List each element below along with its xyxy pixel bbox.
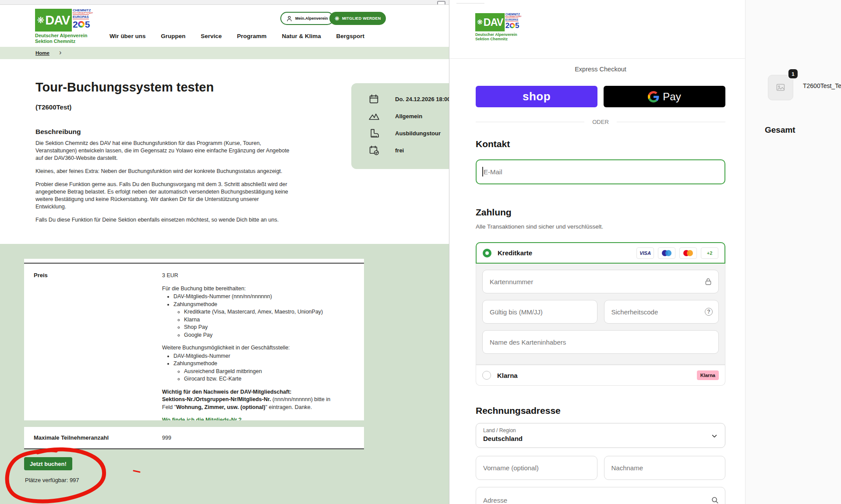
radio-selected-icon[interactable] (483, 249, 491, 257)
description-line: Veranstaltungen) entwickeln lassen, die … (35, 147, 351, 155)
nav-item-gruppen[interactable]: Gruppen (161, 33, 185, 39)
booking-section: Preis 3 EUR Für die Buchung bitte bereit… (0, 244, 449, 504)
list-item: Girocard bzw. EC-Karte (184, 375, 355, 383)
help-icon[interactable]: ? (705, 308, 713, 316)
edelweiss-icon: ❋ (335, 16, 339, 21)
breadcrumb: Home › (0, 47, 449, 59)
gpay-label: Pay (663, 91, 681, 103)
info-row-category: Allgemein (351, 108, 449, 125)
office-heading: Weitere Buchungsmöglichkeit in der Gesch… (162, 344, 355, 352)
note-bold: Sektions-Nr./Ortsgruppen-Nr/Mitglieds-Nr… (162, 396, 271, 402)
org-line: Deutscher Alpenverein (35, 33, 87, 38)
total-label: Gesamt (765, 125, 795, 135)
country-select-value: Deutschland (483, 435, 718, 442)
price-label: Preis (24, 272, 162, 420)
main-navigation: Wir über uns Gruppen Service Programm Na… (110, 33, 364, 39)
express-checkout-heading: Express Checkout (476, 66, 725, 73)
person-icon (286, 15, 293, 22)
tour-info-box: Do. 24.12.2026 18:00 U Allgemein Ausbild… (351, 83, 449, 169)
cvc-input[interactable] (604, 300, 719, 324)
shop-pay-button[interactable]: shop (476, 86, 597, 107)
dav-wordmark: DAV (45, 14, 70, 27)
screenshot-canvas: ❋ DAV CHEMNITZ KULTURHAUPTSTADT EUROPAS … (0, 0, 841, 504)
jetzt-buchen-button[interactable]: Jetzt buchen! (24, 457, 72, 470)
calendar-check-icon (368, 145, 380, 156)
google-pay-button[interactable]: Pay (604, 86, 725, 107)
dav-website-window: ❋ DAV CHEMNITZ KULTURHAUPTSTADT EUROPAS … (0, 0, 449, 504)
year-2025: 2 5 (73, 20, 89, 29)
site-header: ❋ DAV CHEMNITZ KULTURHAUPTSTADT EUROPAS … (0, 5, 449, 47)
list-item: Kreditkarte (Visa, Mastercard, Amex, Mae… (184, 308, 355, 316)
description-line: Kleines, aber feines Extra: Neben der Bu… (35, 168, 351, 175)
nav-item-bergsport[interactable]: Bergsport (336, 33, 364, 39)
order-summary-sidebar: 1 T2600Test_Te Gesamt (745, 0, 841, 504)
price-details: 3 EUR Für die Buchung bitte bereithalten… (162, 272, 355, 420)
contact-heading: Kontakt (476, 139, 510, 149)
mein-alpenverein-button[interactable]: Mein.Alpenverein (280, 12, 334, 25)
divider-line (476, 122, 584, 122)
org-name: Deutscher Alpenverein Sektion Chemnitz (35, 33, 95, 44)
email-input[interactable] (476, 159, 725, 184)
note-bold: Wohnung, Zimmer, usw. (optional) (176, 404, 265, 410)
year-digit: 5 (85, 20, 90, 29)
description-heading: Beschreibung (35, 128, 81, 136)
price-value: 3 EUR (162, 272, 355, 280)
info-row-type: Ausbildungstour (351, 125, 449, 142)
breadcrumb-chevron-icon: › (59, 49, 61, 56)
description-paragraph: Die Sektion Chemnitz des DAV hat eine Bu… (35, 140, 351, 162)
first-name-wrap (476, 456, 597, 480)
dav-logo[interactable]: ❋ DAV CHEMNITZ KULTURHAUPTSTADT EUROPAS … (35, 9, 95, 44)
list-item-label: Klarna (184, 317, 200, 323)
description-paragraph: Kleines, aber feines Extra: Neben der Bu… (35, 168, 351, 175)
color-ring-icon (78, 21, 85, 28)
note-text: (nnn/nn/nnnnnn) bitte in (271, 396, 331, 402)
klarna-option[interactable]: Klarna Klarna (476, 365, 725, 386)
membership-note: Wichtig für den Nachweis der DAV-Mitglie… (162, 388, 355, 412)
member-number-link[interactable]: Wo finde ich die Mitglieds-Nr.? (162, 417, 242, 420)
note-text: Feld " (162, 404, 176, 410)
list-item-label: Zahlungsmethode (173, 301, 217, 307)
page-title: Tour-Buchungssystem testen (35, 80, 214, 95)
calendar-icon (368, 94, 380, 105)
list-item: Zahlungsmethode Kreditkarte (Visa, Maste… (173, 301, 355, 339)
description-line: auf der DAV360-Website darstellt. (35, 155, 351, 162)
list-item-label: Zahlungsmethode (173, 360, 217, 367)
card-brand-badges: VISA +2 (636, 247, 718, 259)
name-fields-row (476, 456, 725, 480)
nav-item-service[interactable]: Service (201, 33, 222, 39)
nav-item-natur-klima[interactable]: Natur & Klima (282, 33, 321, 39)
email-field-wrap (476, 159, 725, 184)
country-select-label: Land / Region (483, 427, 718, 434)
radio-unselected-icon[interactable] (482, 371, 491, 380)
boot-icon (368, 128, 380, 139)
list-item-label: Kreditkarte (Visa, Mastercard, Amex, Mae… (184, 309, 323, 315)
expiry-input[interactable] (482, 300, 597, 324)
chemnitz-2025-logo: CHEMNITZ KULTURHAUPTSTADT EUROPAS 2 5 (73, 9, 95, 29)
description-line: Die Sektion Chemnitz des DAV hat eine Bu… (35, 140, 351, 147)
mountains-icon (368, 111, 380, 122)
breadcrumb-home-link[interactable]: Home (35, 50, 49, 56)
page-subtitle: (T2600Test) (35, 103, 71, 111)
description-line: Falls Du diese Funktion für Deine Sektio… (35, 216, 351, 224)
description-paragraph: Falls Du diese Funktion für Deine Sektio… (35, 216, 351, 224)
checkout-form-column: Express Checkout shop Pay ODER Kontakt (476, 0, 725, 504)
first-name-input[interactable] (476, 456, 597, 480)
year-digit: 2 (73, 20, 78, 29)
country-select[interactable]: Land / Region Deutschland (476, 423, 725, 448)
mitglied-werden-button[interactable]: ❋ MITGLIED WERDEN (329, 12, 386, 25)
card-number-wrap (482, 270, 719, 293)
booking-details-card: Preis 3 EUR Für die Buchung bitte bereit… (24, 259, 364, 420)
card-number-input[interactable] (482, 270, 719, 293)
address-input[interactable] (476, 487, 725, 504)
card-form: ? (476, 264, 725, 365)
list-item: Zahlungsmethode Ausreichend Bargeld mitb… (173, 360, 355, 383)
max-participants-row: Maximale Teilnehmeranzahl 999 (24, 427, 364, 449)
nav-item-wir-ueber-uns[interactable]: Wir über uns (110, 33, 145, 39)
credit-card-option[interactable]: Kreditkarte VISA +2 (476, 242, 725, 264)
last-name-input[interactable] (604, 456, 726, 480)
max-participants-value: 999 (162, 435, 171, 441)
max-participants-label: Maximale Teilnehmeranzahl (24, 434, 162, 441)
nav-item-programm[interactable]: Programm (237, 33, 267, 39)
europas-label: EUROPAS (73, 14, 89, 19)
cardholder-name-input[interactable] (482, 330, 719, 354)
